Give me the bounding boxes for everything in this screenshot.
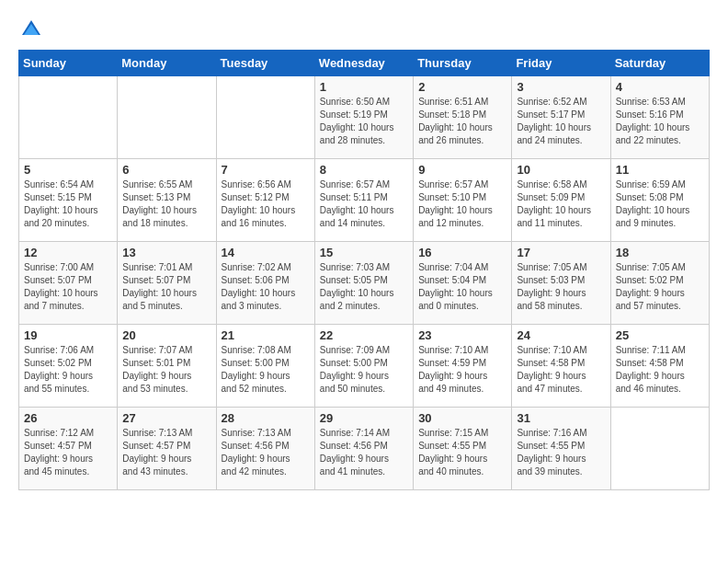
day-info: Sunrise: 6:55 AM Sunset: 5:13 PM Dayligh… [122, 178, 210, 230]
day-number: 14 [222, 246, 310, 259]
calendar-cell: 4Sunrise: 6:53 AM Sunset: 5:16 PM Daylig… [610, 76, 709, 159]
calendar-cell: 18Sunrise: 7:05 AM Sunset: 5:02 PM Dayli… [610, 242, 709, 325]
day-info: Sunrise: 6:51 AM Sunset: 5:18 PM Dayligh… [418, 96, 506, 147]
calendar-cell: 11Sunrise: 6:59 AM Sunset: 5:08 PM Dayli… [610, 159, 709, 242]
day-number: 6 [122, 163, 210, 177]
calendar-cell: 13Sunrise: 7:01 AM Sunset: 5:07 PM Dayli… [118, 242, 216, 325]
day-info: Sunrise: 7:13 AM Sunset: 4:56 PM Dayligh… [222, 427, 310, 478]
calendar-header-saturday: Saturday [610, 51, 709, 76]
day-info: Sunrise: 7:05 AM Sunset: 5:03 PM Dayligh… [517, 261, 605, 313]
day-number: 16 [418, 246, 506, 259]
day-number: 24 [517, 328, 605, 342]
day-info: Sunrise: 7:06 AM Sunset: 5:02 PM Dayligh… [24, 344, 112, 396]
calendar-cell: 6Sunrise: 6:55 AM Sunset: 5:13 PM Daylig… [118, 159, 216, 242]
calendar-header-monday: Monday [118, 51, 216, 76]
calendar-cell: 5Sunrise: 6:54 AM Sunset: 5:15 PM Daylig… [19, 159, 118, 242]
calendar-cell [216, 76, 314, 159]
calendar-week-row: 26Sunrise: 7:12 AM Sunset: 4:57 PM Dayli… [19, 408, 710, 490]
day-number: 15 [320, 246, 408, 259]
calendar-cell: 19Sunrise: 7:06 AM Sunset: 5:02 PM Dayli… [19, 325, 118, 408]
calendar-cell: 27Sunrise: 7:13 AM Sunset: 4:57 PM Dayli… [118, 408, 216, 490]
day-number: 25 [616, 328, 704, 342]
day-number: 19 [24, 328, 112, 342]
day-info: Sunrise: 6:56 AM Sunset: 5:12 PM Dayligh… [222, 178, 310, 230]
day-info: Sunrise: 6:57 AM Sunset: 5:10 PM Dayligh… [418, 178, 506, 230]
day-number: 28 [222, 411, 310, 425]
calendar-header-row: SundayMondayTuesdayWednesdayThursdayFrid… [19, 51, 710, 76]
day-info: Sunrise: 7:13 AM Sunset: 4:57 PM Dayligh… [122, 427, 210, 478]
calendar-cell: 22Sunrise: 7:09 AM Sunset: 5:00 PM Dayli… [314, 325, 413, 408]
calendar-cell: 23Sunrise: 7:10 AM Sunset: 4:59 PM Dayli… [414, 325, 512, 408]
calendar-header-wednesday: Wednesday [314, 51, 413, 76]
day-number: 18 [616, 246, 704, 259]
day-number: 7 [222, 163, 310, 177]
calendar-cell: 16Sunrise: 7:04 AM Sunset: 5:04 PM Dayli… [414, 242, 512, 325]
day-info: Sunrise: 6:59 AM Sunset: 5:08 PM Dayligh… [616, 178, 704, 230]
calendar-cell [118, 76, 216, 159]
day-info: Sunrise: 6:53 AM Sunset: 5:16 PM Dayligh… [616, 96, 704, 147]
day-info: Sunrise: 6:54 AM Sunset: 5:15 PM Dayligh… [24, 178, 112, 230]
calendar-cell: 31Sunrise: 7:16 AM Sunset: 4:55 PM Dayli… [512, 408, 610, 490]
calendar-cell [19, 76, 118, 159]
day-number: 11 [616, 163, 704, 177]
day-info: Sunrise: 7:05 AM Sunset: 5:02 PM Dayligh… [616, 261, 704, 313]
calendar-cell: 20Sunrise: 7:07 AM Sunset: 5:01 PM Dayli… [118, 325, 216, 408]
day-number: 27 [122, 411, 210, 425]
day-number: 10 [517, 163, 605, 177]
day-number: 13 [122, 246, 210, 259]
calendar-cell: 15Sunrise: 7:03 AM Sunset: 5:05 PM Dayli… [314, 242, 413, 325]
calendar-cell: 25Sunrise: 7:11 AM Sunset: 4:58 PM Dayli… [610, 325, 709, 408]
calendar-cell: 26Sunrise: 7:12 AM Sunset: 4:57 PM Dayli… [19, 408, 118, 490]
calendar-cell: 30Sunrise: 7:15 AM Sunset: 4:55 PM Dayli… [414, 408, 512, 490]
calendar-cell: 9Sunrise: 6:57 AM Sunset: 5:10 PM Daylig… [414, 159, 512, 242]
day-number: 20 [122, 328, 210, 342]
day-number: 17 [517, 246, 605, 259]
day-number: 23 [418, 328, 506, 342]
calendar-cell: 28Sunrise: 7:13 AM Sunset: 4:56 PM Dayli… [216, 408, 314, 490]
logo [18, 18, 42, 40]
day-number: 2 [418, 80, 506, 94]
calendar-cell: 8Sunrise: 6:57 AM Sunset: 5:11 PM Daylig… [314, 159, 413, 242]
calendar-cell: 14Sunrise: 7:02 AM Sunset: 5:06 PM Dayli… [216, 242, 314, 325]
day-info: Sunrise: 6:52 AM Sunset: 5:17 PM Dayligh… [517, 96, 605, 147]
day-number: 31 [517, 411, 605, 425]
day-number: 26 [24, 411, 112, 425]
calendar-cell [610, 408, 709, 490]
day-number: 30 [418, 411, 506, 425]
calendar-cell: 24Sunrise: 7:10 AM Sunset: 4:58 PM Dayli… [512, 325, 610, 408]
day-info: Sunrise: 7:00 AM Sunset: 5:07 PM Dayligh… [24, 261, 112, 313]
day-info: Sunrise: 7:04 AM Sunset: 5:04 PM Dayligh… [418, 261, 506, 313]
calendar-table: SundayMondayTuesdayWednesdayThursdayFrid… [18, 50, 710, 490]
calendar-cell: 12Sunrise: 7:00 AM Sunset: 5:07 PM Dayli… [19, 242, 118, 325]
calendar-cell: 17Sunrise: 7:05 AM Sunset: 5:03 PM Dayli… [512, 242, 610, 325]
calendar-header-friday: Friday [512, 51, 610, 76]
calendar-header-thursday: Thursday [414, 51, 512, 76]
day-info: Sunrise: 7:12 AM Sunset: 4:57 PM Dayligh… [24, 427, 112, 478]
calendar-cell: 2Sunrise: 6:51 AM Sunset: 5:18 PM Daylig… [414, 76, 512, 159]
day-number: 29 [320, 411, 408, 425]
day-info: Sunrise: 7:08 AM Sunset: 5:00 PM Dayligh… [222, 344, 310, 396]
calendar-cell: 7Sunrise: 6:56 AM Sunset: 5:12 PM Daylig… [216, 159, 314, 242]
day-number: 1 [320, 80, 408, 94]
day-number: 8 [320, 163, 408, 177]
day-number: 21 [222, 328, 310, 342]
day-info: Sunrise: 7:07 AM Sunset: 5:01 PM Dayligh… [122, 344, 210, 396]
day-info: Sunrise: 7:10 AM Sunset: 4:58 PM Dayligh… [517, 344, 605, 396]
logo-icon [20, 18, 42, 40]
calendar-cell: 3Sunrise: 6:52 AM Sunset: 5:17 PM Daylig… [512, 76, 610, 159]
day-number: 12 [24, 246, 112, 259]
day-info: Sunrise: 7:16 AM Sunset: 4:55 PM Dayligh… [517, 427, 605, 478]
day-number: 9 [418, 163, 506, 177]
calendar-cell: 29Sunrise: 7:14 AM Sunset: 4:56 PM Dayli… [314, 408, 413, 490]
day-info: Sunrise: 7:01 AM Sunset: 5:07 PM Dayligh… [122, 261, 210, 313]
calendar-week-row: 1Sunrise: 6:50 AM Sunset: 5:19 PM Daylig… [19, 76, 710, 159]
calendar-cell: 1Sunrise: 6:50 AM Sunset: 5:19 PM Daylig… [314, 76, 413, 159]
day-number: 3 [517, 80, 605, 94]
day-info: Sunrise: 6:50 AM Sunset: 5:19 PM Dayligh… [320, 96, 408, 147]
day-info: Sunrise: 7:11 AM Sunset: 4:58 PM Dayligh… [616, 344, 704, 396]
calendar-week-row: 5Sunrise: 6:54 AM Sunset: 5:15 PM Daylig… [19, 159, 710, 242]
day-info: Sunrise: 7:15 AM Sunset: 4:55 PM Dayligh… [418, 427, 506, 478]
day-info: Sunrise: 7:03 AM Sunset: 5:05 PM Dayligh… [320, 261, 408, 313]
calendar-week-row: 19Sunrise: 7:06 AM Sunset: 5:02 PM Dayli… [19, 325, 710, 408]
day-info: Sunrise: 7:14 AM Sunset: 4:56 PM Dayligh… [320, 427, 408, 478]
